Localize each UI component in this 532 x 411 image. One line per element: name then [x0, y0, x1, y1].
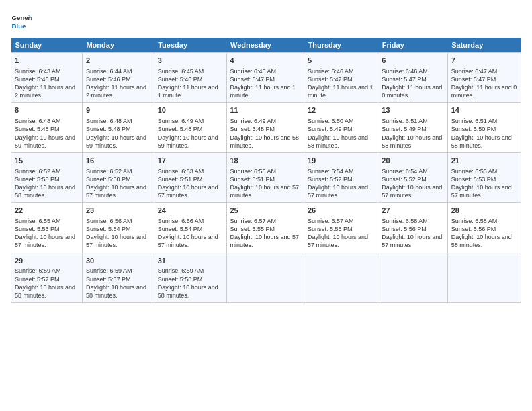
day-info: Sunrise: 6:52 AM Sunset: 5:50 PM Dayligh…	[86, 167, 150, 200]
day-info: Sunrise: 6:53 AM Sunset: 5:51 PM Dayligh…	[158, 167, 223, 200]
day-info: Sunrise: 6:59 AM Sunset: 5:58 PM Dayligh…	[158, 267, 223, 300]
calendar-cell: 8Sunrise: 6:48 AM Sunset: 5:48 PM Daylig…	[11, 103, 83, 152]
day-number: 4	[230, 56, 300, 66]
calendar-cell: 28Sunrise: 6:58 AM Sunset: 5:56 PM Dayli…	[447, 203, 521, 253]
day-number: 19	[308, 156, 374, 166]
svg-text:General: General	[12, 14, 32, 21]
svg-text:Blue: Blue	[12, 22, 26, 30]
week-row-1: 1Sunrise: 6:43 AM Sunset: 5:46 PM Daylig…	[11, 53, 521, 103]
day-number: 26	[308, 205, 374, 216]
day-number: 28	[451, 205, 517, 216]
day-number: 1	[15, 56, 79, 66]
day-info: Sunrise: 6:48 AM Sunset: 5:48 PM Dayligh…	[86, 117, 150, 150]
calendar-cell: 19Sunrise: 6:54 AM Sunset: 5:52 PM Dayli…	[304, 152, 378, 202]
calendar-cell	[304, 253, 378, 302]
calendar-cell: 17Sunrise: 6:53 AM Sunset: 5:51 PM Dayli…	[154, 152, 226, 202]
day-number: 7	[451, 56, 517, 66]
day-info: Sunrise: 6:47 AM Sunset: 5:47 PM Dayligh…	[451, 67, 517, 100]
calendar-cell: 13Sunrise: 6:51 AM Sunset: 5:49 PM Dayli…	[378, 103, 447, 152]
calendar-cell: 22Sunrise: 6:55 AM Sunset: 5:53 PM Dayli…	[11, 203, 83, 253]
day-number: 16	[86, 156, 150, 166]
header-row: SundayMondayTuesdayWednesdayThursdayFrid…	[11, 38, 521, 53]
day-number: 17	[158, 156, 223, 166]
day-info: Sunrise: 6:57 AM Sunset: 5:55 PM Dayligh…	[308, 217, 374, 250]
day-info: Sunrise: 6:59 AM Sunset: 5:57 PM Dayligh…	[15, 267, 79, 300]
calendar-cell: 2Sunrise: 6:44 AM Sunset: 5:46 PM Daylig…	[82, 53, 154, 103]
calendar-cell: 10Sunrise: 6:49 AM Sunset: 5:48 PM Dayli…	[154, 103, 226, 152]
calendar-cell: 14Sunrise: 6:51 AM Sunset: 5:50 PM Dayli…	[447, 103, 521, 152]
day-number: 24	[158, 205, 223, 216]
day-info: Sunrise: 6:46 AM Sunset: 5:47 PM Dayligh…	[382, 67, 443, 100]
day-info: Sunrise: 6:58 AM Sunset: 5:56 PM Dayligh…	[451, 217, 517, 250]
day-header-saturday: Saturday	[447, 38, 521, 53]
calendar-cell: 1Sunrise: 6:43 AM Sunset: 5:46 PM Daylig…	[11, 53, 83, 103]
calendar-cell: 11Sunrise: 6:49 AM Sunset: 5:48 PM Dayli…	[226, 103, 304, 152]
day-info: Sunrise: 6:46 AM Sunset: 5:47 PM Dayligh…	[308, 67, 374, 100]
day-number: 12	[308, 105, 374, 116]
day-info: Sunrise: 6:54 AM Sunset: 5:52 PM Dayligh…	[308, 167, 374, 200]
day-number: 6	[382, 56, 443, 66]
calendar-cell: 29Sunrise: 6:59 AM Sunset: 5:57 PM Dayli…	[11, 253, 83, 302]
day-info: Sunrise: 6:45 AM Sunset: 5:46 PM Dayligh…	[158, 67, 223, 100]
calendar-cell: 4Sunrise: 6:45 AM Sunset: 5:47 PM Daylig…	[226, 53, 304, 103]
day-number: 2	[86, 56, 150, 66]
calendar-cell: 21Sunrise: 6:55 AM Sunset: 5:53 PM Dayli…	[447, 152, 521, 202]
calendar-cell	[378, 253, 447, 302]
day-info: Sunrise: 6:57 AM Sunset: 5:55 PM Dayligh…	[230, 217, 300, 250]
day-info: Sunrise: 6:49 AM Sunset: 5:48 PM Dayligh…	[158, 117, 223, 150]
day-number: 29	[15, 256, 79, 266]
day-number: 5	[308, 56, 374, 66]
day-number: 22	[15, 205, 79, 216]
calendar-cell: 16Sunrise: 6:52 AM Sunset: 5:50 PM Dayli…	[82, 152, 154, 202]
day-info: Sunrise: 6:55 AM Sunset: 5:53 PM Dayligh…	[451, 167, 517, 200]
day-number: 3	[158, 56, 223, 66]
day-number: 27	[382, 205, 443, 216]
day-info: Sunrise: 6:48 AM Sunset: 5:48 PM Dayligh…	[15, 117, 79, 150]
day-number: 20	[382, 156, 443, 166]
day-info: Sunrise: 6:59 AM Sunset: 5:57 PM Dayligh…	[86, 267, 150, 300]
calendar-cell: 26Sunrise: 6:57 AM Sunset: 5:55 PM Dayli…	[304, 203, 378, 253]
logo-icon: General Blue	[11, 11, 32, 32]
calendar-cell: 3Sunrise: 6:45 AM Sunset: 5:46 PM Daylig…	[154, 53, 226, 103]
day-info: Sunrise: 6:56 AM Sunset: 5:54 PM Dayligh…	[86, 217, 150, 250]
header: General Blue	[11, 11, 521, 32]
day-number: 14	[451, 105, 517, 116]
calendar-cell: 23Sunrise: 6:56 AM Sunset: 5:54 PM Dayli…	[82, 203, 154, 253]
calendar-cell: 27Sunrise: 6:58 AM Sunset: 5:56 PM Dayli…	[378, 203, 447, 253]
day-number: 30	[86, 256, 150, 266]
day-info: Sunrise: 6:56 AM Sunset: 5:54 PM Dayligh…	[158, 217, 223, 250]
day-info: Sunrise: 6:43 AM Sunset: 5:46 PM Dayligh…	[15, 67, 79, 100]
day-header-monday: Monday	[82, 38, 154, 53]
calendar-cell: 15Sunrise: 6:52 AM Sunset: 5:50 PM Dayli…	[11, 152, 83, 202]
day-number: 23	[86, 205, 150, 216]
calendar-cell: 31Sunrise: 6:59 AM Sunset: 5:58 PM Dayli…	[154, 253, 226, 302]
day-number: 21	[451, 156, 517, 166]
day-info: Sunrise: 6:58 AM Sunset: 5:56 PM Dayligh…	[382, 217, 443, 250]
day-info: Sunrise: 6:51 AM Sunset: 5:50 PM Dayligh…	[451, 117, 517, 150]
day-header-friday: Friday	[378, 38, 447, 53]
calendar-cell	[447, 253, 521, 302]
day-number: 8	[15, 105, 79, 116]
day-number: 13	[382, 105, 443, 116]
calendar-cell: 5Sunrise: 6:46 AM Sunset: 5:47 PM Daylig…	[304, 53, 378, 103]
calendar-table: SundayMondayTuesdayWednesdayThursdayFrid…	[11, 38, 521, 303]
day-number: 25	[230, 205, 300, 216]
calendar-cell: 20Sunrise: 6:54 AM Sunset: 5:52 PM Dayli…	[378, 152, 447, 202]
day-header-tuesday: Tuesday	[154, 38, 226, 53]
calendar-cell: 6Sunrise: 6:46 AM Sunset: 5:47 PM Daylig…	[378, 53, 447, 103]
day-info: Sunrise: 6:49 AM Sunset: 5:48 PM Dayligh…	[230, 117, 300, 150]
calendar-cell: 7Sunrise: 6:47 AM Sunset: 5:47 PM Daylig…	[447, 53, 521, 103]
calendar-cell	[226, 253, 304, 302]
day-info: Sunrise: 6:50 AM Sunset: 5:49 PM Dayligh…	[308, 117, 374, 150]
day-number: 9	[86, 105, 150, 116]
week-row-3: 15Sunrise: 6:52 AM Sunset: 5:50 PM Dayli…	[11, 152, 521, 202]
day-info: Sunrise: 6:54 AM Sunset: 5:52 PM Dayligh…	[382, 167, 443, 200]
day-info: Sunrise: 6:55 AM Sunset: 5:53 PM Dayligh…	[15, 217, 79, 250]
day-info: Sunrise: 6:51 AM Sunset: 5:49 PM Dayligh…	[382, 117, 443, 150]
day-info: Sunrise: 6:45 AM Sunset: 5:47 PM Dayligh…	[230, 67, 300, 100]
day-info: Sunrise: 6:44 AM Sunset: 5:46 PM Dayligh…	[86, 67, 150, 100]
calendar-cell: 25Sunrise: 6:57 AM Sunset: 5:55 PM Dayli…	[226, 203, 304, 253]
day-number: 15	[15, 156, 79, 166]
day-header-sunday: Sunday	[11, 38, 83, 53]
day-number: 18	[230, 156, 300, 166]
